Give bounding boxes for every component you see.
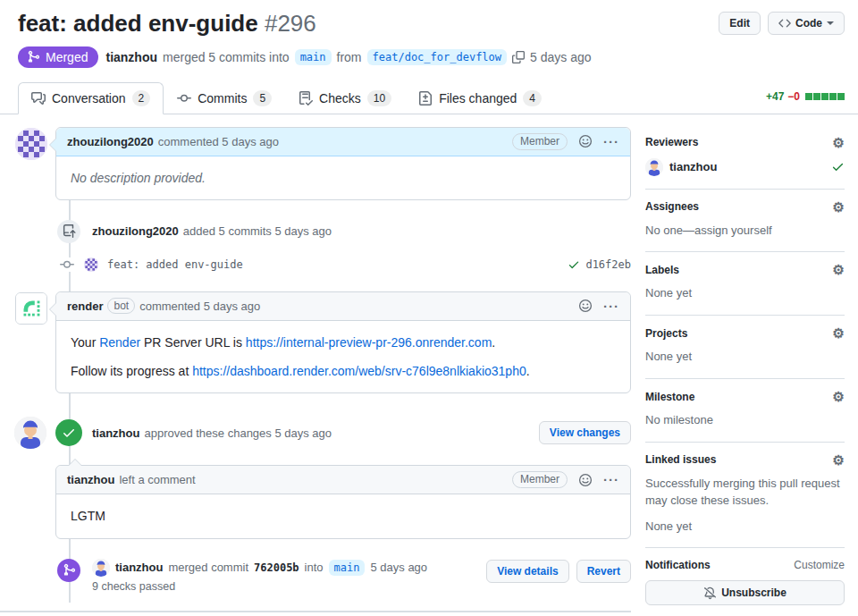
event-action: merged commit bbox=[168, 561, 248, 574]
git-merge-icon bbox=[57, 559, 80, 582]
smiley-icon[interactable] bbox=[578, 134, 593, 148]
tab-conversation[interactable]: Conversation 2 bbox=[18, 82, 164, 114]
pr-number: #296 bbox=[265, 10, 316, 37]
edit-button[interactable]: Edit bbox=[719, 12, 761, 35]
comment-author[interactable]: zhouzilong2020 bbox=[67, 135, 154, 148]
header-buttons: Edit Code bbox=[719, 9, 845, 35]
sidebar-section-assignees: Assignees ⚙ No one—assign yourself bbox=[645, 190, 845, 253]
view-changes-button[interactable]: View changes bbox=[539, 421, 631, 444]
section-title: Labels bbox=[645, 264, 679, 276]
gear-icon[interactable]: ⚙ bbox=[833, 263, 845, 276]
avatar-zhouzilong2020[interactable] bbox=[15, 128, 47, 160]
meta-action: merged 5 commits into bbox=[163, 50, 290, 64]
member-badge: Member bbox=[512, 471, 568, 488]
content: zhouzilong2020 commented 5 days ago Memb… bbox=[0, 114, 858, 616]
base-branch-chip[interactable]: main bbox=[329, 560, 366, 576]
tab-files-changed[interactable]: Files changed 4 bbox=[405, 82, 555, 114]
view-details-button[interactable]: View details bbox=[486, 560, 568, 583]
git-commit-icon bbox=[177, 91, 191, 105]
tab-commits[interactable]: Commits 5 bbox=[164, 82, 285, 114]
reviewer-row[interactable]: tianzhou bbox=[645, 158, 845, 176]
body-text: PR Server URL is bbox=[140, 335, 246, 350]
gear-icon[interactable]: ⚙ bbox=[833, 453, 845, 467]
sidebar-section-milestone: Milestone ⚙ No milestone bbox=[645, 379, 845, 443]
assignees-empty-text: No one— bbox=[645, 224, 694, 237]
check-icon[interactable] bbox=[568, 258, 580, 271]
unsubscribe-button[interactable]: Unsubscribe bbox=[645, 580, 845, 605]
copy-icon[interactable] bbox=[512, 51, 525, 63]
event-author[interactable]: zhouzilong2020 bbox=[92, 224, 179, 238]
render-link[interactable]: Render bbox=[99, 335, 140, 350]
approved-check-icon bbox=[55, 419, 82, 446]
comment-body-text: LGTM bbox=[71, 509, 105, 523]
customize-link[interactable]: Customize bbox=[794, 559, 845, 571]
avatar-tianzhou[interactable] bbox=[14, 417, 46, 449]
gear-icon[interactable]: ⚙ bbox=[833, 326, 845, 340]
section-title: Assignees bbox=[645, 200, 699, 213]
approval-event: tianzhou approved these changes 5 days a… bbox=[14, 417, 631, 449]
gear-icon[interactable]: ⚙ bbox=[833, 136, 845, 149]
smiley-icon[interactable] bbox=[578, 473, 593, 487]
comment-author[interactable]: render bbox=[67, 300, 103, 313]
commit-sha[interactable]: d16f2eb bbox=[585, 258, 631, 271]
repo-push-icon bbox=[57, 220, 80, 243]
milestone-empty-text: No milestone bbox=[645, 412, 845, 429]
section-title: Linked issues bbox=[645, 453, 716, 466]
merge-event: tianzhou merged commit 762005b into main… bbox=[14, 559, 631, 595]
event-author[interactable]: tianzhou bbox=[115, 561, 163, 574]
member-badge: Member bbox=[512, 133, 568, 150]
comment-body: Your Render PR Server URL is https://int… bbox=[56, 321, 630, 393]
base-branch-chip[interactable]: main bbox=[295, 49, 332, 65]
comment-header: tianzhou left a comment Member ··· bbox=[56, 466, 630, 494]
dashboard-url-link[interactable]: https://dashboard.render.com/web/srv-c76… bbox=[192, 364, 526, 378]
tab-checks[interactable]: Checks 10 bbox=[285, 82, 405, 114]
comment-author[interactable]: tianzhou bbox=[67, 473, 114, 486]
preview-url-link[interactable]: https://internal-preview-pr-296.onrender… bbox=[246, 335, 492, 350]
diff-additions: +47 bbox=[766, 90, 784, 103]
comment-render-bot: render bot commented 5 days ago ··· Your… bbox=[55, 291, 631, 394]
kebab-icon[interactable]: ··· bbox=[603, 300, 619, 313]
comment-action: commented 5 days ago bbox=[139, 300, 260, 313]
avatar-render-bot[interactable] bbox=[15, 292, 47, 325]
section-title: Projects bbox=[645, 327, 687, 340]
sidebar-section-notifications: Notifications Customize Unsubscribe You’… bbox=[645, 548, 845, 616]
pr-title-text: feat: added env-guide bbox=[18, 10, 258, 37]
meta-author[interactable]: tianzhou bbox=[105, 50, 157, 64]
event-time: 5 days ago bbox=[370, 561, 427, 574]
event-author[interactable]: tianzhou bbox=[92, 426, 139, 440]
diffstat: +47 −0 bbox=[766, 90, 845, 114]
tab-count: 4 bbox=[523, 90, 542, 106]
sidebar-section-projects: Projects ⚙ None yet bbox=[645, 316, 845, 379]
merge-commit-sha[interactable]: 762005b bbox=[254, 561, 299, 574]
comment-action: left a comment bbox=[119, 473, 195, 486]
kebab-icon[interactable]: ··· bbox=[603, 135, 619, 148]
timeline: zhouzilong2020 commented 5 days ago Memb… bbox=[14, 127, 631, 616]
gear-icon[interactable]: ⚙ bbox=[833, 200, 845, 214]
diffstat-blocks bbox=[805, 93, 845, 100]
comment-body-text: No description provided. bbox=[71, 171, 206, 185]
avatar-zhouzilong2020[interactable] bbox=[84, 257, 98, 272]
head-branch-chip[interactable]: feat/doc_for_devflow bbox=[367, 49, 508, 65]
commit-message[interactable]: feat: added env-guide bbox=[107, 258, 243, 271]
diff-deletions: −0 bbox=[787, 90, 800, 103]
event-action: added 5 commits 5 days ago bbox=[183, 224, 332, 238]
revert-button[interactable]: Revert bbox=[576, 560, 631, 583]
avatar-tianzhou[interactable] bbox=[645, 158, 663, 176]
review-comment-tianzhou: tianzhou left a comment Member ··· LGTM bbox=[55, 465, 631, 538]
sidebar: Reviewers ⚙ tianzhou Assignees ⚙ No one—… bbox=[645, 127, 845, 616]
smiley-icon[interactable] bbox=[578, 299, 593, 313]
comment-header: render bot commented 5 days ago ··· bbox=[56, 292, 630, 321]
code-button[interactable]: Code bbox=[768, 12, 845, 35]
section-title: Notifications bbox=[645, 559, 711, 571]
gear-icon[interactable]: ⚙ bbox=[833, 390, 845, 403]
section-title: Reviewers bbox=[645, 136, 698, 148]
file-diff-icon bbox=[418, 91, 433, 105]
bot-badge: bot bbox=[107, 298, 135, 314]
bell-slash-icon bbox=[703, 586, 717, 600]
kebab-icon[interactable]: ··· bbox=[603, 473, 619, 486]
commit-row: feat: added env-guide d16f2eb bbox=[14, 257, 631, 272]
assign-yourself-link[interactable]: assign yourself bbox=[694, 224, 772, 237]
avatar-tianzhou[interactable] bbox=[92, 559, 110, 577]
body-text: Your bbox=[71, 335, 99, 350]
reviewer-name[interactable]: tianzhou bbox=[669, 160, 717, 173]
